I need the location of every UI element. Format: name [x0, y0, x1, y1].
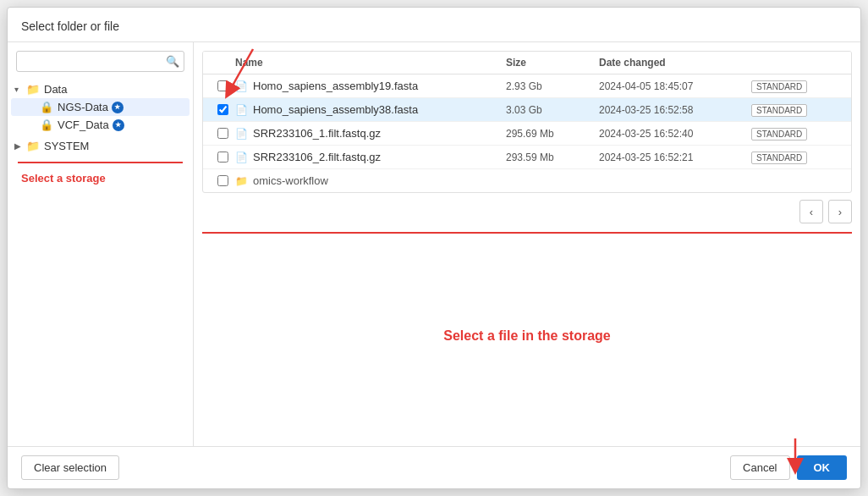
file-icon: 📄: [235, 80, 248, 92]
file-size-cell: 2.93 Gb: [506, 80, 599, 92]
tree-item-system[interactable]: ▶ 📁 SYSTEM: [11, 137, 190, 155]
standard-badge: STANDARD: [751, 152, 807, 164]
chevron-right-icon: ▶: [14, 141, 26, 151]
clear-selection-button[interactable]: Clear selection: [21, 455, 119, 480]
file-date-cell: 2024-03-25 16:52:40: [599, 128, 751, 140]
left-panel: 🔍 ▾ 📁 Data 🔒 NGS-Data ★: [8, 42, 194, 446]
file-size-cell: 295.69 Mb: [506, 128, 599, 140]
file-name-cell: 📁 omics-workflow: [235, 174, 506, 187]
table-header: Name Size Date changed: [203, 52, 851, 74]
storage-divider: [18, 162, 183, 163]
file-tree: ▾ 📁 Data 🔒 NGS-Data ★ 🔒 VCF_Data ★: [8, 80, 193, 438]
checkbox-cell[interactable]: [210, 80, 235, 91]
folder-icon: 📁: [235, 175, 248, 187]
file-badge-cell: STANDARD: [751, 128, 844, 140]
file-date-cell: 2024-03-25 16:52:21: [599, 152, 751, 163]
file-name-text: Homo_sapiens_assembly19.fasta: [253, 80, 418, 92]
file-size-cell: 3.03 Gb: [506, 104, 599, 116]
badge-icon: ★: [113, 119, 124, 131]
table-row[interactable]: 📄 Homo_sapiens_assembly19.fasta 2.93 Gb …: [203, 74, 851, 98]
tree-item-data[interactable]: ▾ 📁 Data: [11, 80, 190, 98]
tree-item-label: VCF_Data: [58, 118, 109, 131]
pagination: ‹ ›: [202, 200, 852, 223]
row-checkbox[interactable]: [217, 104, 228, 115]
table-row[interactable]: 📄 Homo_sapiens_assembly38.fasta 3.03 Gb …: [203, 98, 851, 122]
file-name-cell: 📄 Homo_sapiens_assembly19.fasta: [235, 80, 506, 92]
row-checkbox[interactable]: [217, 152, 228, 163]
search-input[interactable]: [24, 55, 166, 68]
checkbox-cell[interactable]: [210, 128, 235, 139]
col-date: Date changed: [599, 57, 751, 69]
table-row[interactable]: 📄 SRR233106_1.filt.fastq.gz 295.69 Mb 20…: [203, 122, 851, 146]
file-badge-cell: STANDARD: [751, 80, 844, 92]
standard-badge: STANDARD: [751, 80, 807, 93]
file-name-cell: 📄 SRR233106_2.filt.fastq.gz: [235, 151, 506, 163]
file-name-text: SRR233106_1.filt.fastq.gz: [253, 127, 381, 140]
table-row[interactable]: 📁 omics-workflow: [203, 169, 851, 192]
file-badge-cell: STANDARD: [751, 152, 844, 163]
folder-lock-icon: 🔒: [40, 118, 53, 131]
file-name-text: Homo_sapiens_assembly38.fasta: [253, 103, 418, 116]
standard-badge: STANDARD: [751, 128, 807, 141]
checkbox-cell[interactable]: [210, 175, 235, 186]
row-checkbox[interactable]: [217, 175, 228, 186]
folder-icon: 📁: [26, 140, 40, 152]
tree-item-label: SYSTEM: [44, 140, 89, 152]
chevron-down-icon: ▾: [14, 85, 26, 94]
badge-icon: ★: [112, 102, 124, 113]
file-icon: 📄: [235, 104, 248, 116]
standard-badge: STANDARD: [751, 104, 807, 117]
prev-page-button[interactable]: ‹: [799, 200, 823, 223]
dialog-footer: Clear selection Cancel OK: [8, 446, 860, 488]
select-storage-label: Select a storage: [11, 168, 190, 188]
search-box[interactable]: 🔍: [16, 51, 184, 72]
tree-item-label: NGS-Data: [58, 101, 108, 113]
tree-item-ngs-data[interactable]: 🔒 NGS-Data ★: [11, 98, 190, 116]
tree-item-label: Data: [44, 83, 67, 96]
folder-icon: 📁: [26, 83, 40, 96]
col-checkbox: [210, 57, 235, 69]
file-name-text: SRR233106_2.filt.fastq.gz: [253, 151, 381, 163]
col-type: [751, 57, 844, 69]
file-date-cell: 2024-03-25 16:52:58: [599, 104, 751, 116]
file-name-cell: 📄 SRR233106_1.filt.fastq.gz: [235, 127, 506, 140]
file-icon: 📄: [235, 128, 248, 140]
right-panel: Name Size Date changed 📄 Homo_sapiens_as…: [194, 42, 860, 446]
file-icon: 📄: [235, 152, 248, 163]
file-name-text: omics-workflow: [253, 174, 328, 187]
checkbox-cell[interactable]: [210, 152, 235, 163]
file-name-cell: 📄 Homo_sapiens_assembly38.fasta: [235, 103, 506, 116]
dialog-body: 🔍 ▾ 📁 Data 🔒 NGS-Data ★: [8, 42, 860, 446]
file-size-cell: 293.59 Mb: [506, 152, 599, 163]
row-checkbox[interactable]: [217, 80, 228, 91]
search-icon: 🔍: [166, 55, 179, 68]
tree-item-vcf-data[interactable]: 🔒 VCF_Data ★: [11, 116, 190, 134]
dialog: Select folder or file 🔍 ▾ 📁 Data 🔒: [7, 7, 861, 489]
col-size: Size: [506, 57, 599, 69]
folder-lock-icon: 🔒: [40, 101, 53, 113]
file-table: Name Size Date changed 📄 Homo_sapiens_as…: [202, 51, 852, 193]
ok-button[interactable]: OK: [797, 455, 848, 480]
checkbox-cell[interactable]: [210, 104, 235, 115]
file-date-cell: 2024-04-05 18:45:07: [599, 80, 751, 92]
footer-actions: Cancel OK: [730, 455, 847, 480]
cancel-button[interactable]: Cancel: [730, 455, 789, 480]
row-checkbox[interactable]: [217, 128, 228, 139]
table-row[interactable]: 📄 SRR233106_2.filt.fastq.gz 293.59 Mb 20…: [203, 146, 851, 169]
dialog-title: Select folder or file: [8, 8, 860, 42]
col-name: Name: [235, 57, 506, 69]
select-file-label: Select a file in the storage: [202, 234, 852, 438]
file-badge-cell: STANDARD: [751, 104, 844, 116]
next-page-button[interactable]: ›: [828, 200, 852, 223]
